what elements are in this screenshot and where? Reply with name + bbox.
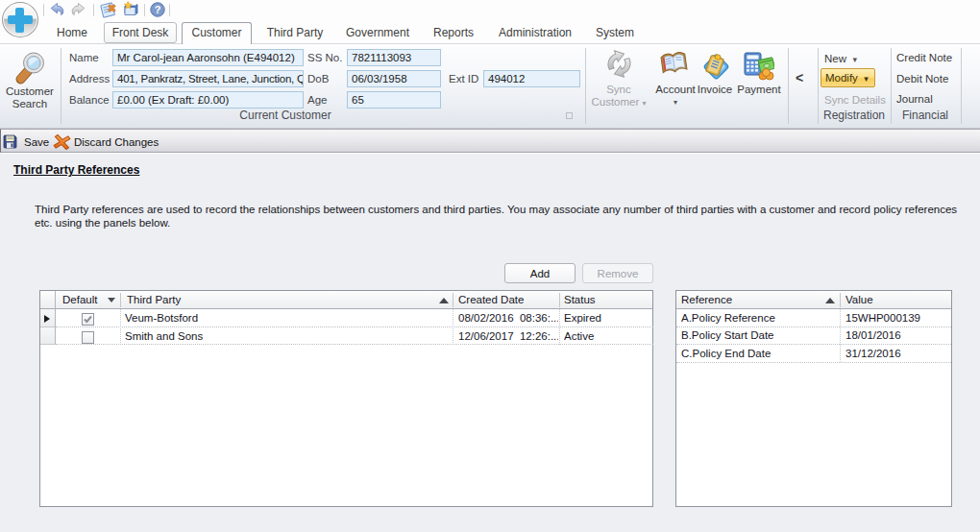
- svg-text:?: ?: [155, 4, 161, 15]
